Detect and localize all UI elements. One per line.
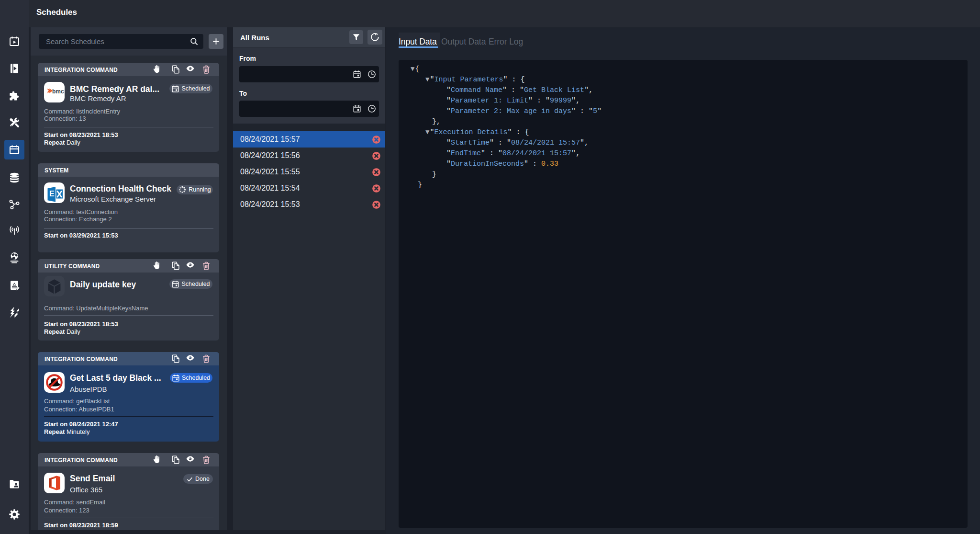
svg-text:E: E: [49, 190, 55, 198]
svg-text:bmc: bmc: [52, 88, 64, 95]
